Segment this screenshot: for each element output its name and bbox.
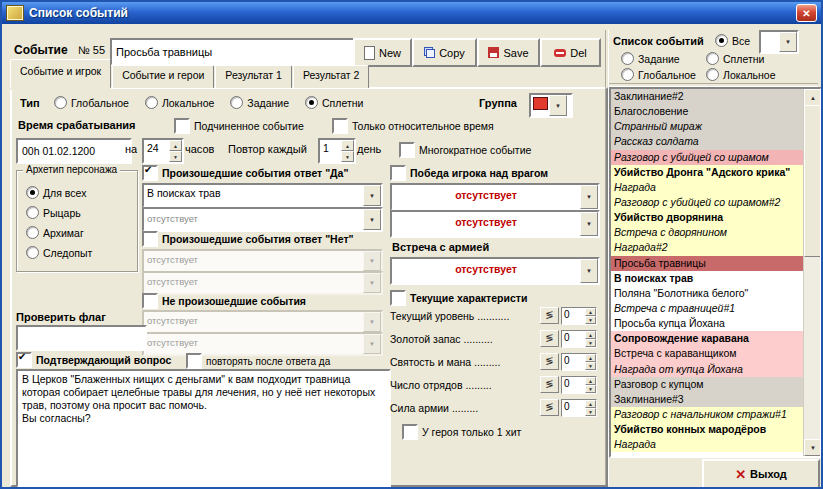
spinner-up-icon[interactable]: ▲	[585, 308, 596, 316]
group-color-combo[interactable]: ▼	[529, 93, 573, 118]
spinner-down-icon[interactable]: ▼	[585, 408, 596, 416]
confirm-question-textarea[interactable]: В Церков "Блаженных нищих с деньгами" к …	[16, 369, 391, 488]
spinner-up-icon[interactable]: ▲	[169, 140, 182, 151]
subordinate-event-checkbox[interactable]: Подчиненное событие	[174, 118, 304, 134]
army-meeting-combo[interactable]: отсутствует ▼	[390, 257, 600, 285]
chevron-down-icon[interactable]: ▼	[363, 185, 381, 206]
chevron-down-icon[interactable]: ▼	[363, 334, 381, 354]
filter-all-radio[interactable]: Все	[715, 34, 750, 47]
value-spinner[interactable]: 0 ▲▼	[561, 353, 597, 371]
type-radio[interactable]: Локальное	[145, 96, 214, 109]
event-list-item[interactable]: Награда от купца Йохана	[611, 362, 804, 377]
confirm-question-checkbox[interactable]: Подтверждающий вопрос	[16, 352, 171, 368]
new-button[interactable]: New	[353, 38, 412, 67]
event-list-item[interactable]: Разговор с убийцей со шрамом	[611, 150, 804, 165]
no-event-combo-1[interactable]: отсутствует ▼	[142, 249, 383, 273]
scrollbar-thumb[interactable]	[804, 105, 822, 257]
event-list-item[interactable]: Странный мираж	[611, 119, 804, 134]
spinner-down-icon[interactable]: ▼	[585, 339, 596, 347]
event-list-item[interactable]: Сопровождение каравана	[611, 331, 804, 346]
victory-combo-1[interactable]: отсутствует ▼	[390, 183, 600, 211]
archetype-radio[interactable]: Архимаг	[26, 226, 92, 239]
event-list-item[interactable]: Разговор с убийцей со шрамом#2	[611, 195, 804, 210]
yes-event-combo-2[interactable]: отсутствует ▼	[142, 207, 383, 232]
hours-spinner[interactable]: 24 ▲▼	[142, 138, 184, 164]
spinner-down-icon[interactable]: ▼	[169, 151, 182, 162]
datetime-input[interactable]: 00h 01.02.1200	[16, 138, 132, 164]
type-radio[interactable]: Глобальное	[54, 96, 129, 109]
event-list-item[interactable]: Просьба купца Йохана	[611, 316, 804, 331]
scroll-up-icon[interactable]: ▲	[804, 89, 822, 106]
tab[interactable]: Событие и игрок	[10, 59, 111, 88]
filter-global-radio[interactable]: Глобальное	[621, 68, 696, 81]
not-happened-combo-1[interactable]: отсутствует ▼	[142, 310, 383, 334]
victory-checkbox[interactable]: Победа игрока над врагом	[390, 165, 548, 181]
chevron-down-icon[interactable]: ▼	[363, 209, 381, 230]
comparison-icon[interactable]: ≶	[540, 330, 559, 347]
event-list-item[interactable]: Рассказ солдата	[611, 134, 804, 149]
copy-button[interactable]: Copy	[412, 38, 477, 67]
event-list-item[interactable]: Убийство дворянина	[611, 210, 804, 225]
chevron-down-icon[interactable]: ▼	[580, 212, 598, 236]
delete-button[interactable]: Del	[540, 38, 601, 67]
tab[interactable]: Событие и герои	[112, 65, 214, 88]
close-button[interactable]: ✕	[796, 4, 817, 22]
event-list-item[interactable]: Награда#2	[611, 240, 804, 255]
chevron-down-icon[interactable]: ▼	[779, 32, 797, 52]
value-spinner[interactable]: 0 ▲▼	[561, 307, 597, 325]
scrollbar[interactable]: ▲ ▼	[803, 89, 820, 456]
current-characteristics-checkbox[interactable]: Текущие характеристи	[390, 290, 527, 306]
spinner-up-icon[interactable]: ▲	[585, 354, 596, 362]
event-list-item[interactable]: Заклинание#2	[611, 89, 804, 104]
spinner-down-icon[interactable]: ▼	[585, 385, 596, 393]
filter-preset-combo[interactable]: ▼	[759, 30, 799, 54]
event-list-item[interactable]: Поляна "Болотника белого"	[611, 286, 804, 301]
archetype-radio[interactable]: Рыцарь	[26, 206, 92, 219]
not-happened-checkbox[interactable]: Не произошедшие события	[142, 293, 306, 309]
chevron-down-icon[interactable]: ▼	[363, 273, 381, 293]
yes-events-checkbox[interactable]: Произошедшие события ответ "Да"	[142, 165, 348, 181]
comparison-icon[interactable]: ≶	[540, 399, 559, 416]
victory-combo-2[interactable]: отсутствует ▼	[390, 210, 600, 238]
chevron-down-icon[interactable]: ▼	[580, 185, 598, 209]
filter-quest-radio[interactable]: Задание	[621, 52, 680, 65]
filter-gossip-radio[interactable]: Сплетни	[706, 52, 764, 65]
event-list-item[interactable]: Просьба травницы	[611, 256, 804, 271]
spinner-down-icon[interactable]: ▼	[585, 316, 596, 324]
tab[interactable]: Результат 2	[293, 65, 370, 88]
comparison-icon[interactable]: ≶	[540, 307, 559, 324]
multiple-event-checkbox[interactable]: Многократное событие	[399, 142, 531, 158]
no-event-combo-2[interactable]: отсутствует ▼	[142, 271, 383, 295]
chevron-down-icon[interactable]: ▼	[549, 95, 567, 116]
event-list-item[interactable]: Благословение	[611, 104, 804, 119]
spinner-down-icon[interactable]: ▼	[585, 362, 596, 370]
event-name-input[interactable]: Просьба травницы	[110, 38, 355, 66]
flag-input[interactable]	[16, 325, 147, 351]
scroll-down-icon[interactable]: ▼	[804, 439, 822, 456]
no-events-checkbox[interactable]: Произошедшие события ответ "Нет"	[142, 231, 354, 247]
filter-local-radio[interactable]: Локальное	[706, 68, 775, 81]
event-list-item[interactable]: Награда	[611, 180, 804, 195]
one-hit-checkbox[interactable]: У героя только 1 хит	[402, 424, 521, 440]
type-radio[interactable]: Сплетни	[305, 96, 363, 109]
event-list-item[interactable]: Награда	[611, 437, 804, 452]
chevron-down-icon[interactable]: ▼	[363, 251, 381, 271]
archetype-radio[interactable]: Следопыт	[26, 246, 92, 259]
save-button[interactable]: Save	[477, 38, 540, 67]
exit-button[interactable]: ✕ Выход	[702, 459, 820, 489]
yes-event-combo-1[interactable]: В поисках трав ▼	[142, 183, 383, 208]
repeat-spinner[interactable]: 1 ▲▼	[318, 138, 356, 164]
value-spinner[interactable]: 0 ▲▼	[561, 376, 597, 394]
event-list-item[interactable]: Разговор с начальником стражи#1	[611, 407, 804, 422]
spinner-up-icon[interactable]: ▲	[341, 140, 354, 151]
event-list-item[interactable]: В поисках трав	[611, 271, 804, 286]
value-spinner[interactable]: 0 ▲▼	[561, 330, 597, 348]
type-radio[interactable]: Задание	[230, 96, 289, 109]
event-list-item[interactable]: Разговор с купцом	[611, 377, 804, 392]
chevron-down-icon[interactable]: ▼	[363, 312, 381, 332]
chevron-down-icon[interactable]: ▼	[580, 259, 598, 283]
spinner-up-icon[interactable]: ▲	[585, 377, 596, 385]
relative-time-checkbox[interactable]: Только относительное время	[332, 118, 494, 134]
comparison-icon[interactable]: ≶	[540, 376, 559, 393]
tab[interactable]: Результат 1	[215, 65, 292, 88]
